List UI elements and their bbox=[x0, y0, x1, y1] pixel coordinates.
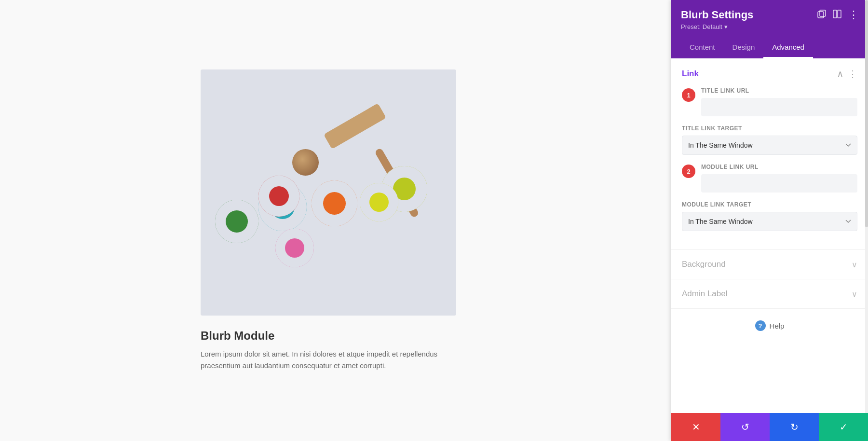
admin-label-expand-icon[interactable]: ∨ bbox=[852, 289, 857, 299]
scroll-thumb[interactable] bbox=[865, 0, 868, 227]
svg-rect-2 bbox=[833, 10, 837, 18]
link-section-title: Link bbox=[682, 69, 699, 79]
module-link-target-label: Module Link Target bbox=[682, 201, 857, 208]
link-section: Link ∧ ⋮ 1 Title Link URL Title Link Tar… bbox=[671, 58, 868, 250]
blurb-title: Blurb Module bbox=[201, 329, 471, 343]
svg-rect-0 bbox=[818, 12, 824, 18]
panel-tabs: Content Design Advanced bbox=[681, 38, 858, 58]
tab-content[interactable]: Content bbox=[681, 38, 724, 58]
help-label[interactable]: Help bbox=[770, 322, 785, 330]
background-expand-icon[interactable]: ∨ bbox=[852, 260, 857, 269]
module-link-url-input[interactable] bbox=[701, 174, 857, 193]
cancel-button[interactable]: ✕ bbox=[671, 413, 720, 441]
title-link-url-row: 1 Title Link URL bbox=[682, 87, 857, 116]
panel-header-icons: ⋮ bbox=[817, 9, 858, 21]
svg-rect-3 bbox=[838, 10, 841, 18]
panel-header-top: Blurb Settings ⋮ bbox=[681, 9, 858, 21]
title-link-target-select[interactable]: In The Same Window In The New Tab bbox=[682, 136, 857, 155]
section-more-icon[interactable]: ⋮ bbox=[848, 68, 857, 80]
redo-icon: ↻ bbox=[790, 421, 799, 433]
ring-orange-decoration bbox=[312, 180, 357, 226]
more-options-icon[interactable]: ⋮ bbox=[848, 9, 858, 21]
module-link-url-label: Module Link URL bbox=[701, 164, 857, 170]
help-section: ? Help bbox=[671, 309, 868, 343]
blurb-image bbox=[201, 69, 456, 316]
toy-background bbox=[201, 69, 456, 316]
help-icon[interactable]: ? bbox=[755, 320, 766, 331]
undo-button[interactable]: ↺ bbox=[720, 413, 770, 441]
module-link-url-fields: Module Link URL bbox=[701, 164, 857, 193]
badge-1: 1 bbox=[682, 88, 695, 102]
ring-red-decoration bbox=[258, 176, 299, 217]
panel-title: Blurb Settings bbox=[681, 9, 753, 21]
settings-panel: Blurb Settings ⋮ Preset: Default ▾ bbox=[671, 0, 868, 441]
panel-header: Blurb Settings ⋮ Preset: Default ▾ bbox=[671, 0, 868, 58]
copy-icon[interactable] bbox=[817, 10, 826, 21]
section-header-link: Link ∧ ⋮ bbox=[682, 68, 857, 80]
module-link-target-select[interactable]: In The Same Window In The New Tab bbox=[682, 212, 857, 231]
scroll-track bbox=[865, 0, 868, 413]
svg-rect-1 bbox=[820, 10, 826, 16]
wood-ball-decoration bbox=[292, 149, 319, 176]
title-link-target-label: Title Link Target bbox=[682, 125, 857, 132]
admin-label-section-title: Admin Label bbox=[682, 289, 728, 299]
save-button[interactable]: ✓ bbox=[819, 413, 868, 441]
admin-label-section[interactable]: Admin Label ∨ bbox=[671, 279, 868, 309]
module-link-target-group: Module Link Target In The Same Window In… bbox=[682, 201, 857, 231]
split-view-icon[interactable] bbox=[833, 10, 841, 21]
ring-yellow-small-decoration bbox=[360, 183, 398, 221]
title-link-url-label: Title Link URL bbox=[701, 87, 857, 94]
ring-pink-decoration bbox=[275, 229, 314, 267]
panel-preset[interactable]: Preset: Default ▾ bbox=[681, 23, 858, 30]
blurb-module: Blurb Module Lorem ipsum dolor sit amet.… bbox=[201, 69, 471, 372]
title-link-url-input[interactable] bbox=[701, 98, 857, 116]
background-section-title: Background bbox=[682, 260, 726, 269]
background-section[interactable]: Background ∨ bbox=[671, 250, 868, 279]
redo-button[interactable]: ↻ bbox=[770, 413, 819, 441]
undo-icon: ↺ bbox=[741, 421, 749, 433]
panel-footer: ✕ ↺ ↻ ✓ bbox=[671, 413, 868, 441]
title-link-url-fields: Title Link URL bbox=[701, 87, 857, 116]
main-content: Blurb Module Lorem ipsum dolor sit amet.… bbox=[0, 0, 671, 441]
section-header-actions: ∧ ⋮ bbox=[837, 68, 857, 80]
hammer-head-decoration bbox=[324, 103, 386, 149]
module-link-url-row: 2 Module Link URL bbox=[682, 164, 857, 193]
save-icon: ✓ bbox=[840, 421, 848, 433]
title-link-target-group: Title Link Target In The Same Window In … bbox=[682, 125, 857, 155]
tab-design[interactable]: Design bbox=[724, 38, 764, 58]
blurb-description: Lorem ipsum dolor sit amet. In nisi dolo… bbox=[201, 348, 471, 372]
badge-2: 2 bbox=[682, 165, 695, 178]
ring-green-large-decoration bbox=[215, 200, 258, 243]
collapse-icon[interactable]: ∧ bbox=[837, 68, 844, 80]
cancel-icon: ✕ bbox=[692, 421, 700, 433]
panel-body: Link ∧ ⋮ 1 Title Link URL Title Link Tar… bbox=[671, 58, 868, 413]
tab-advanced[interactable]: Advanced bbox=[763, 38, 813, 58]
